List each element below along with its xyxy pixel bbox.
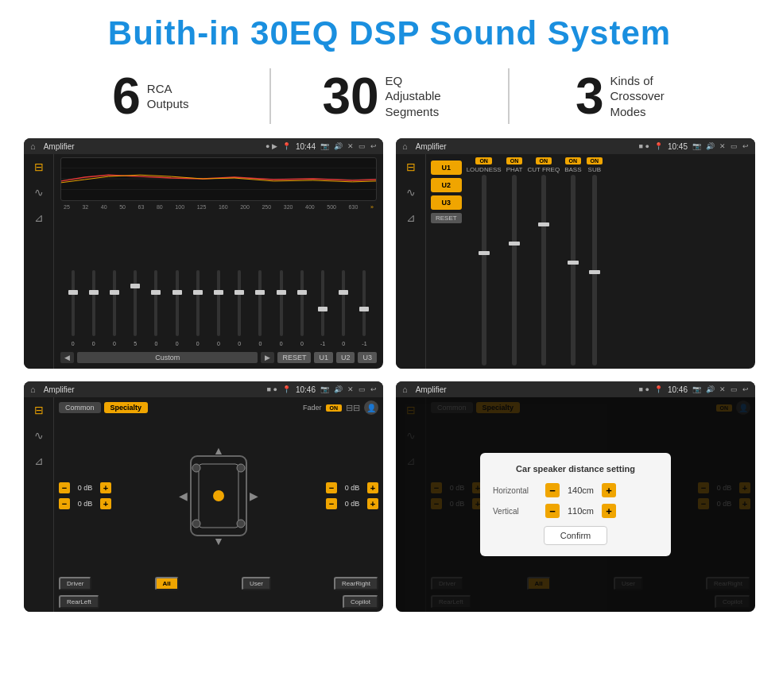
home-icon-3[interactable]: ⌂ [30,385,36,394]
vol-plus-4[interactable]: + [367,498,378,509]
back-icon-4[interactable]: ↩ [742,385,749,393]
sidebar-vol-icon[interactable]: ⊿ [34,211,44,224]
horizontal-value: 140cm [563,485,599,495]
home-icon-4[interactable]: ⌂ [402,385,408,394]
rect-icon: ▭ [358,142,366,150]
vol-minus-3[interactable]: − [326,482,337,493]
vol-minus-2[interactable]: − [59,498,70,509]
sidebar-vol-icon-3[interactable]: ⊿ [34,454,44,467]
btn-user[interactable]: User [242,577,271,590]
eq-prev-btn[interactable]: ◀ [60,352,74,363]
slider-100[interactable]: 0 [188,267,207,346]
fader-sidebar: ⊟ ∿ ⊿ [24,397,54,612]
home-icon[interactable]: ⌂ [30,141,36,151]
ch-phat-slider[interactable] [512,175,517,365]
vol-plus-3[interactable]: + [367,482,378,493]
vol-plus-1[interactable]: + [100,482,111,493]
slider-320[interactable]: 0 [293,267,311,346]
vol-minus-4[interactable]: − [326,498,337,509]
vol-plus-2[interactable]: + [100,498,111,509]
tab-specialty[interactable]: Specialty [104,402,149,413]
eq-play-btn[interactable]: ▶ [261,352,274,363]
slider-125[interactable]: 0 [209,267,227,346]
slider-32[interactable]: 0 [84,267,103,346]
svg-point-9 [237,520,245,528]
vol-val-1: 0 dB [73,484,97,492]
eq-custom-btn[interactable]: Custom [77,352,258,363]
sidebar-eq-icon[interactable]: ⊟ [34,160,44,173]
settings-icon[interactable]: 👤 [364,400,378,415]
horizontal-minus-btn[interactable]: − [545,483,560,497]
fader-right-controls: − 0 dB + − 0 dB + [326,418,378,574]
back-icon[interactable]: ↩ [370,142,377,150]
sidebar-vol-icon-2[interactable]: ⊿ [406,211,416,224]
slider-400[interactable]: -1 [313,267,331,346]
slider-500[interactable]: 0 [335,267,353,346]
ch-cutfreq-on[interactable]: ON [536,157,552,164]
x-icon-2: ✕ [719,142,726,150]
sidebar-wave-icon[interactable]: ∿ [34,186,44,199]
stat-divider-2 [508,68,510,124]
sidebar-eq-icon-2[interactable]: ⊟ [406,160,416,173]
vertical-plus-btn[interactable]: + [602,504,616,518]
crossover-reset-btn[interactable]: RESET [431,213,462,223]
ch-sub-on[interactable]: ON [587,157,603,164]
crossover-u2-btn[interactable]: U2 [431,178,462,192]
ch-bass-slider[interactable] [571,175,576,365]
dialog-screen-title: Amplifier [416,385,634,394]
eq-u2-btn[interactable]: U2 [336,352,355,363]
sidebar-wave-icon-2[interactable]: ∿ [406,186,416,199]
stats-row: 6 RCAOutputs 30 EQ AdjustableSegments 3 … [0,60,779,135]
slider-630[interactable]: -1 [355,267,374,346]
slider-63[interactable]: 0 [147,267,165,346]
ch-loudness-on[interactable]: ON [475,157,492,164]
eq-bottom-bar: ◀ Custom ▶ RESET U1 U2 U3 [60,350,377,365]
btn-copilot[interactable]: Copilot [343,595,378,609]
slider-250[interactable]: 0 [272,267,290,346]
x-icon-4: ✕ [719,385,726,393]
slider-80[interactable]: 0 [168,267,186,346]
btn-driver[interactable]: Driver [59,577,91,590]
ch-bass-on[interactable]: ON [565,157,582,164]
vertical-minus-btn[interactable]: − [545,504,560,518]
fader-slider-icon[interactable]: ⊟⊟ [346,403,360,413]
tab-common[interactable]: Common [59,402,101,413]
page-title: Buith-in 30EQ DSP Sound System [16,14,763,52]
home-icon-2[interactable]: ⌂ [402,141,408,151]
ch-cutfreq-slider[interactable] [541,175,546,365]
volume-icon-4: 🔊 [706,385,715,393]
horizontal-label: Horizontal [493,486,541,495]
crossover-u3-btn[interactable]: U3 [431,195,462,210]
slider-160[interactable]: 0 [231,267,249,346]
fader-main-area: Common Specialty Fader ON ⊟⊟ 👤 − [54,397,383,612]
ch-sub-slider[interactable] [592,175,597,365]
fader-on-btn[interactable]: ON [326,404,343,412]
btn-rearleft[interactable]: RearLeft [59,595,99,609]
crossover-u1-btn[interactable]: U1 [431,160,462,175]
svg-point-7 [237,464,245,472]
sidebar-eq-icon-3[interactable]: ⊟ [34,404,44,416]
back-icon-3[interactable]: ↩ [370,385,377,393]
crossover-time: 10:45 [668,142,688,151]
vol-minus-1[interactable]: − [59,482,70,493]
btn-all[interactable]: All [155,577,179,590]
confirm-button[interactable]: Confirm [544,526,608,545]
slider-25[interactable]: 0 [64,267,82,346]
ch-phat-on[interactable]: ON [506,157,523,164]
back-icon-2[interactable]: ↩ [742,142,749,150]
eq-reset-btn[interactable]: RESET [277,352,311,363]
slider-50[interactable]: 5 [126,267,145,346]
vol-val-3: 0 dB [340,484,364,492]
screen-eq: ⌂ Amplifier ● ▶ 📍 10:44 📷 🔊 ✕ ▭ ↩ ⊟ ∿ ⊿ [24,138,383,369]
eq-u1-btn[interactable]: U1 [314,352,333,363]
btn-rearright[interactable]: RearRight [334,577,378,590]
screen-dialog: ⌂ Amplifier ■ ● 📍 10:46 📷 🔊 ✕ ▭ ↩ ⊟ ∿ ⊿ … [396,381,755,612]
location-icon-3: 📍 [282,385,291,393]
eq-u3-btn[interactable]: U3 [358,352,377,363]
camera-icon-4: 📷 [692,385,701,393]
slider-200[interactable]: 0 [251,267,269,346]
sidebar-wave-icon-3[interactable]: ∿ [34,429,44,442]
slider-40[interactable]: 0 [105,267,123,346]
horizontal-plus-btn[interactable]: + [602,483,616,497]
ch-loudness-slider[interactable] [482,175,486,365]
